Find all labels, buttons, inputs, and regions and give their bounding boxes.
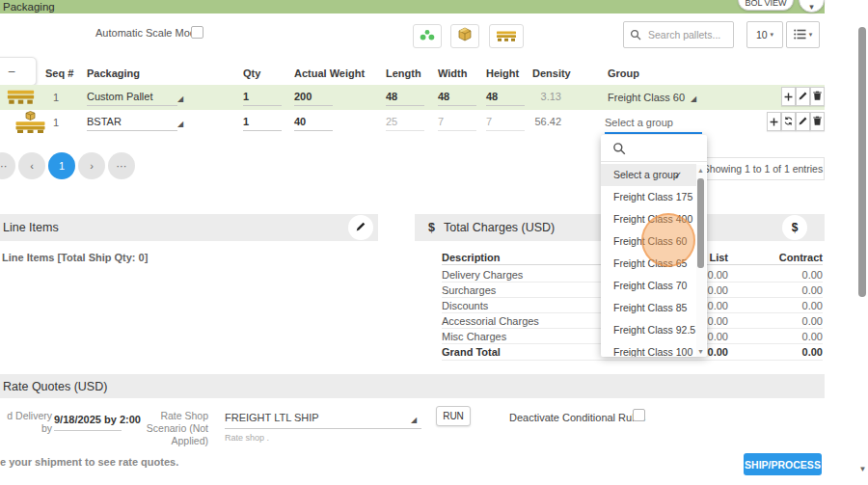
charge-description: Surcharges (442, 284, 496, 296)
group-pallets-button[interactable] (413, 24, 442, 48)
col-length[interactable]: Length (386, 67, 421, 79)
row1-width-field[interactable]: 48 (438, 91, 476, 106)
ship-process-button[interactable]: SHIP/PROCESS (744, 453, 822, 475)
row2-width-field[interactable]: 7 (438, 116, 476, 131)
edit-line-items-button[interactable] (348, 215, 373, 240)
charge-description: Grand Total (442, 346, 501, 358)
row2-qty-field[interactable]: 1 (243, 116, 282, 131)
pencil-icon (355, 219, 366, 236)
entries-info: Showing 1 to 1 of 1 entries (701, 157, 825, 180)
charge-description: Delivery Charges (442, 269, 523, 281)
col-actual-weight[interactable]: Actual Weight (294, 67, 365, 79)
col-width[interactable]: Width (438, 67, 467, 79)
charges-dollar-button[interactable]: $ (782, 215, 807, 240)
dropdown-option-freight-100[interactable]: Freight Class 100 (601, 341, 695, 357)
col-group[interactable]: Group (608, 67, 639, 79)
dropdown-option-freight-85[interactable]: Freight Class 85 (601, 297, 695, 319)
charges-col-contract: Contract (755, 252, 823, 263)
charge-contract: 0.00 (755, 300, 823, 311)
dropdown-option-freight-70[interactable]: Freight Class 70 (601, 275, 695, 297)
option-label: Select a group (613, 169, 679, 180)
col-seq[interactable]: Seq # (45, 67, 73, 79)
flat-pallet-icon (7, 90, 35, 108)
line-items-header: Line Items (0, 214, 378, 241)
search-icon[interactable] (612, 142, 626, 159)
packaging-screen: Packaging BOL VIEW ▾ Automatic Scale Mod… (0, 0, 868, 485)
charge-contract: 0.00 (755, 315, 823, 327)
pagination-prev-button[interactable]: ‹ (18, 152, 45, 179)
package-box-icon (457, 27, 473, 45)
run-button[interactable]: RUN (436, 406, 471, 426)
pagination-page-1[interactable]: 1 (48, 152, 75, 179)
col-height[interactable]: Height (486, 67, 519, 79)
add-package-button[interactable] (450, 24, 479, 48)
col-density[interactable]: Density (532, 67, 571, 79)
resize-triangle-icon[interactable]: ◢ (411, 416, 417, 424)
scrollbar-down-icon[interactable]: ▼ (858, 465, 867, 473)
row2-height-field[interactable]: 7 (486, 116, 525, 131)
row2-density: 56.42 (525, 116, 561, 127)
search-icon (630, 29, 641, 40)
charges-col-description: Description (442, 252, 501, 263)
delivery-by-label: d Delivery by (0, 410, 52, 435)
row2-delete-button[interactable] (810, 112, 825, 131)
row2-seq: 1 (53, 117, 59, 128)
bol-view-button[interactable]: BOL VIEW (738, 0, 794, 11)
add-pallet-button[interactable] (489, 24, 524, 48)
row1-add-button[interactable] (781, 87, 796, 106)
resize-triangle-icon[interactable]: ◢ (177, 94, 183, 103)
row1-height-field[interactable]: 48 (486, 91, 525, 106)
scroll-down-icon[interactable]: ▼ (697, 348, 704, 355)
rate-shop-helper: Rate shop . (225, 433, 269, 443)
charge-contract: 0.00 (755, 346, 823, 358)
scroll-up-icon[interactable]: ▲ (697, 167, 704, 174)
dropdown-scrollbar-thumb[interactable] (697, 178, 704, 268)
row1-edit-button[interactable] (796, 87, 810, 106)
deactivate-rules-checkbox[interactable] (633, 409, 645, 421)
dropdown-option-freight-92-5[interactable]: Freight Class 92.5 (601, 319, 695, 341)
page-header-bar (0, 0, 825, 13)
row2-group-field[interactable]: Select a group (605, 117, 673, 128)
page-size-select[interactable]: 10 ▾ (746, 21, 783, 48)
row1-group-field[interactable]: Freight Class 60 (608, 92, 685, 103)
resize-triangle-icon[interactable]: ◢ (177, 120, 183, 128)
rate-quotes-note: e your shipment to see rate quotes. (0, 456, 178, 468)
dropdown-option-freight-175[interactable]: Freight Class 175 (601, 186, 695, 208)
list-menu-icon (794, 29, 806, 41)
row1-qty-field[interactable]: 1 (243, 91, 282, 106)
dropdown-scrollbar[interactable]: ▲ ▼ (696, 165, 706, 357)
pagination-next-button[interactable]: › (78, 152, 105, 179)
row2-add-button[interactable] (767, 112, 781, 131)
auto-scale-checkbox[interactable] (191, 26, 203, 39)
pagination-ellipsis-first[interactable]: ⋯ (0, 152, 15, 179)
resize-triangle-icon[interactable]: ◢ (691, 94, 696, 103)
row1-weight-field[interactable]: 200 (294, 91, 333, 106)
collapse-table-button[interactable]: – (0, 57, 37, 86)
row2-sync-button[interactable] (781, 112, 796, 131)
row2-packaging-field[interactable]: BSTAR (87, 116, 177, 131)
pallet-search[interactable] (623, 21, 734, 48)
row2-edit-button[interactable] (796, 112, 810, 131)
ship-process-label: SHIP/PROCESS (745, 459, 821, 471)
col-packaging[interactable]: Packaging (87, 67, 140, 79)
charge-contract: 0.00 (755, 331, 823, 342)
row1-density: 3.13 (525, 91, 561, 102)
scenario-underline (225, 428, 421, 429)
row2-weight-field[interactable]: 40 (294, 116, 333, 131)
search-input[interactable] (646, 28, 733, 41)
column-visibility-button[interactable]: ▾ (786, 21, 820, 48)
chevron-down-icon: ▾ (771, 31, 774, 39)
row1-delete-button[interactable] (810, 87, 825, 106)
rate-quotes-title: Rate Quotes (USD) (3, 380, 107, 393)
dollar-icon: $ (792, 221, 799, 234)
charge-description: Discounts (442, 300, 488, 311)
vertical-scrollbar-thumb[interactable] (858, 27, 866, 297)
pagination-ellipsis-last[interactable]: ⋯ (108, 152, 135, 179)
row1-length-field[interactable]: 48 (386, 91, 424, 106)
rate-shop-scenario-select[interactable]: FREIGHT LTL SHIP (225, 412, 319, 423)
dropdown-option-select-a-group[interactable]: Select a group✓ (601, 164, 696, 186)
deactivate-rules-label: Deactivate Conditional Rules (509, 412, 645, 423)
row2-length-field[interactable]: 25 (386, 116, 424, 131)
col-qty[interactable]: Qty (243, 67, 260, 79)
row1-packaging-field[interactable]: Custom Pallet (87, 91, 177, 106)
